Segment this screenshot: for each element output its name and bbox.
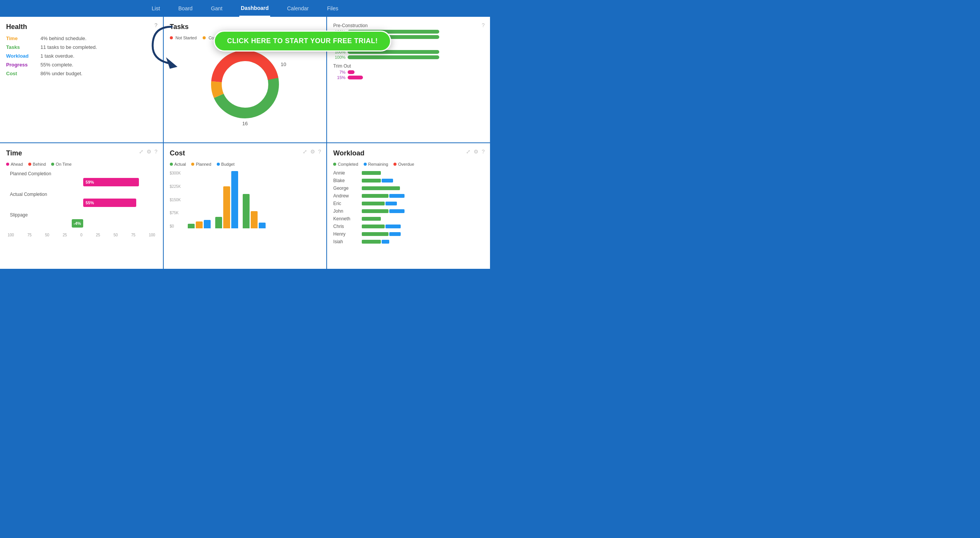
- legend-actual: Actual: [170, 162, 186, 166]
- workload-george-bars: [362, 186, 400, 190]
- behind-dot: [28, 163, 31, 166]
- axis-75-left: 75: [27, 233, 32, 237]
- ahead-dot: [6, 163, 9, 166]
- workload-andrew: Andrew: [333, 193, 484, 199]
- isiah-completed: [362, 240, 381, 244]
- kenneth-completed: [362, 217, 381, 221]
- time-slippage-row: Slippage -4%: [10, 212, 157, 228]
- chris-completed: [362, 225, 385, 228]
- cost-g2-actual: [215, 217, 222, 228]
- legend-ontime: On Time: [51, 162, 72, 166]
- y-225k: $225K: [170, 184, 181, 189]
- workload-george-name: George: [333, 186, 362, 191]
- workload-eric: Eric: [333, 201, 484, 206]
- workload-chris: Chris: [333, 224, 484, 229]
- cost-g2-budget: [231, 171, 238, 228]
- workload-kenneth-name: Kenneth: [333, 216, 362, 221]
- overdue-dot: [393, 163, 397, 166]
- time-planned-row: Planned Completion 59%: [10, 171, 157, 186]
- time-planned-label: Planned Completion: [10, 171, 157, 176]
- phase-preconstruction-name: Pre-Construction: [333, 23, 484, 28]
- time-card: Time ⤢ ⚙ ? Ahead Behind On Time Planned …: [0, 143, 163, 269]
- health-tasks-row: Tasks 11 tasks to be completed.: [6, 44, 157, 50]
- cost-group-1: [188, 220, 211, 228]
- legend-budget: Budget: [217, 162, 235, 166]
- workload-expand-icon[interactable]: ⤢: [466, 149, 471, 155]
- nav-bar: List Board Gant Dashboard Calendar Files: [0, 0, 490, 17]
- cost-group-3: [243, 194, 266, 228]
- legend-ahead: Ahead: [6, 162, 23, 166]
- cost-expand-icon[interactable]: ⤢: [303, 149, 307, 155]
- workload-blake-bars: [362, 179, 393, 183]
- time-planned-bar: 59%: [83, 178, 139, 186]
- time-planned-bar-area: 59%: [10, 178, 157, 186]
- health-workload-label: Workload: [6, 53, 40, 59]
- cost-settings-icon[interactable]: ⚙: [310, 149, 315, 155]
- workload-henry: Henry: [333, 231, 484, 237]
- time-chart-area: Planned Completion 59% Actual Completion…: [6, 171, 157, 228]
- health-cost-value: 86% under budget.: [40, 71, 82, 76]
- y-300k: $300K: [170, 171, 181, 175]
- workload-john: John: [333, 208, 484, 214]
- workload-john-name: John: [333, 208, 362, 214]
- phase-trim-bar-pink2: [348, 76, 363, 79]
- health-workload-value: 1 task overdue.: [40, 53, 74, 59]
- legend-overdue: Overdue: [393, 162, 414, 166]
- ontime-dot: [51, 163, 54, 166]
- phase-trim-bar2: 15%: [333, 75, 484, 80]
- axis-100-left: 100: [8, 233, 14, 237]
- y-75k: $75K: [170, 211, 181, 215]
- time-title: Time: [6, 149, 157, 157]
- cost-g3-planned: [251, 211, 258, 228]
- workload-card: Workload ⤢ ⚙ ? Completed Remaining Overd…: [327, 143, 490, 269]
- health-card: Health ? Time 4% behind schedule. Tasks …: [0, 17, 163, 142]
- nav-files[interactable]: Files: [326, 0, 340, 17]
- cost-y-axis: $300K $225K $150K $75K $0: [170, 171, 184, 228]
- phase-help-icon[interactable]: ?: [482, 22, 485, 28]
- cost-chart-container: $300K $225K $150K $75K $0: [170, 171, 321, 228]
- time-legend: Ahead Behind On Time: [6, 162, 157, 166]
- workload-help-icon[interactable]: ?: [482, 149, 485, 155]
- time-actual-label: Actual Completion: [10, 192, 157, 197]
- nav-dashboard[interactable]: Dashboard: [239, 0, 270, 17]
- cost-g1-actual: [188, 224, 195, 228]
- nav-list[interactable]: List: [150, 0, 161, 17]
- henry-remaining: [389, 232, 401, 236]
- workload-henry-name: Henry: [333, 231, 362, 237]
- health-workload-row: Workload 1 task overdue.: [6, 53, 157, 59]
- eric-remaining: [385, 202, 397, 205]
- health-cost-row: Cost 86% under budget.: [6, 71, 157, 76]
- workload-card-icons: ⤢ ⚙ ?: [466, 149, 485, 155]
- axis-100-right: 100: [149, 233, 155, 237]
- john-completed: [362, 209, 388, 213]
- cost-g2-planned: [223, 186, 230, 228]
- time-settings-icon[interactable]: ⚙: [147, 149, 152, 155]
- cost-g3-actual: [243, 194, 250, 228]
- workload-settings-icon[interactable]: ⚙: [474, 149, 479, 155]
- cost-g1-planned: [196, 221, 203, 228]
- legend-behind: Behind: [28, 162, 46, 166]
- phase-con-pct2: 100%: [333, 55, 345, 60]
- phase-trim-bar-pink1: [348, 70, 355, 74]
- cost-g3-budget: [259, 223, 266, 228]
- workload-title: Workload: [333, 149, 484, 157]
- chris-remaining: [385, 225, 401, 228]
- time-expand-icon[interactable]: ⤢: [139, 149, 143, 155]
- workload-andrew-bars: [362, 194, 405, 198]
- nav-board[interactable]: Board: [177, 0, 194, 17]
- phase-trimout: Trim Out 7% 15%: [333, 63, 484, 80]
- cta-button[interactable]: CLICK HERE TO START YOUR FREE TRIAL!: [214, 31, 391, 52]
- workload-annie: Annie: [333, 170, 484, 176]
- legend-planned: Planned: [191, 162, 211, 166]
- cost-g1-budget: [204, 220, 211, 228]
- health-time-row: Time 4% behind schedule.: [6, 36, 157, 41]
- andrew-completed: [362, 194, 388, 198]
- time-help-icon[interactable]: ?: [155, 149, 158, 155]
- health-progress-label: Progress: [6, 62, 40, 68]
- nav-gant[interactable]: Gant: [210, 0, 224, 17]
- cost-help-icon[interactable]: ?: [318, 149, 321, 155]
- henry-completed: [362, 232, 388, 236]
- time-card-icons: ⤢ ⚙ ?: [139, 149, 158, 155]
- nav-calendar[interactable]: Calendar: [285, 0, 310, 17]
- workload-kenneth: Kenneth: [333, 216, 484, 221]
